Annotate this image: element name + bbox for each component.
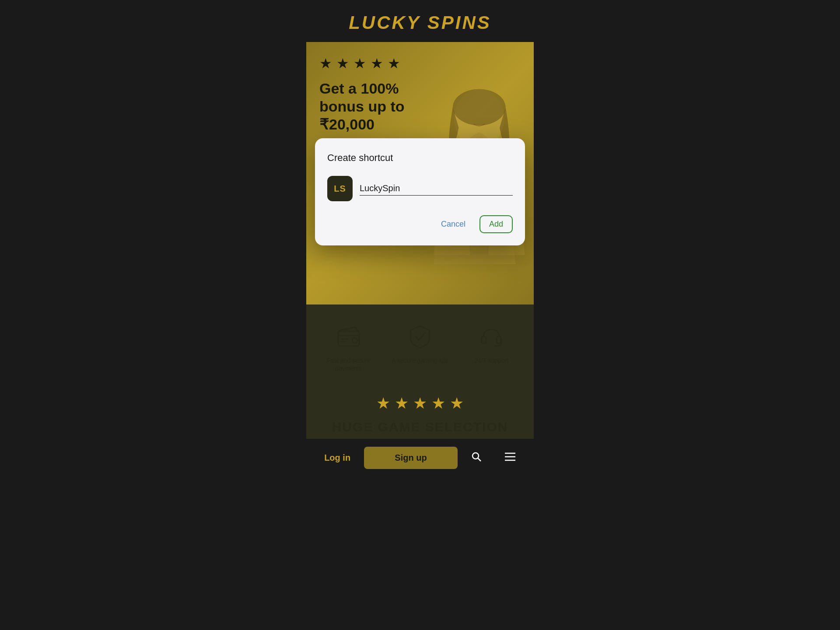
bottom-star-5: ★	[450, 394, 464, 413]
feature-secure-label: A secure gaming site	[392, 357, 448, 364]
headset-svg	[478, 323, 504, 350]
app-icon: LS	[327, 176, 353, 201]
menu-button[interactable]	[496, 448, 525, 468]
feature-support: 24/7 support	[458, 322, 525, 364]
shortcut-name-input[interactable]	[360, 182, 513, 196]
bottom-stars: ★ ★ ★ ★ ★	[315, 394, 525, 413]
bottom-star-4: ★	[431, 394, 445, 413]
app-header: LUCKY SPINS	[306, 0, 534, 42]
cancel-button[interactable]: Cancel	[436, 216, 471, 232]
dialog-buttons: Cancel Add	[327, 215, 513, 233]
bottom-star-1: ★	[376, 394, 390, 413]
add-button[interactable]: Add	[480, 215, 513, 233]
bottom-star-3: ★	[413, 394, 427, 413]
svg-line-9	[478, 458, 481, 461]
search-icon	[471, 452, 482, 462]
search-button[interactable]	[462, 448, 491, 468]
wallet-svg	[336, 323, 362, 350]
svg-rect-6	[482, 336, 486, 343]
svg-rect-7	[497, 336, 501, 343]
feature-payments-label: Fast and secure payments	[315, 357, 382, 372]
game-section-title: HUGE GAME SELECTION	[315, 420, 525, 434]
create-shortcut-dialog: Create shortcut LS Cancel Add	[315, 138, 525, 245]
bottom-nav: Log in Sign up	[306, 439, 534, 477]
headset-icon	[476, 322, 507, 350]
wallet-icon	[333, 322, 364, 350]
shortcut-row: LS	[327, 176, 513, 201]
phone-container: LUCKY SPINS	[306, 0, 534, 630]
svg-point-5	[352, 338, 357, 343]
features-section: Fast and secure payments A secure gaming…	[306, 304, 534, 385]
feature-secure: A secure gaming site	[386, 322, 453, 364]
feature-payments: Fast and secure payments	[315, 322, 382, 372]
dialog-container: Create shortcut LS Cancel Add	[306, 42, 534, 245]
app-title: LUCKY SPINS	[315, 12, 525, 33]
shield-svg	[407, 323, 433, 350]
hero-dialog-section: ★ ★ ★ ★ ★ Get a 100% bonus up to ₹20,000…	[306, 42, 534, 304]
feature-support-label: 24/7 support	[474, 357, 508, 364]
shield-icon	[405, 322, 435, 350]
bottom-star-2: ★	[395, 394, 409, 413]
dialog-title: Create shortcut	[327, 152, 513, 164]
login-button[interactable]: Log in	[315, 453, 360, 463]
bottom-section: ★ ★ ★ ★ ★ HUGE GAME SELECTION	[306, 385, 534, 439]
app-icon-label: LS	[334, 184, 346, 194]
features-grid: Fast and secure payments A secure gaming…	[315, 322, 525, 372]
hamburger-icon	[504, 452, 516, 462]
svg-point-8	[472, 453, 479, 459]
signup-button[interactable]: Sign up	[364, 447, 457, 469]
